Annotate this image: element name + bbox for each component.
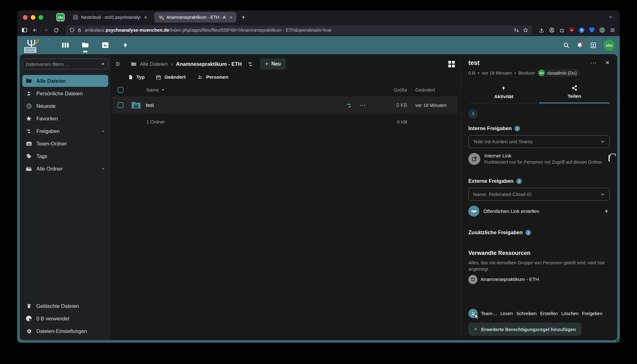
user-status-dot bbox=[616, 339, 620, 343]
app-activity[interactable] bbox=[118, 37, 133, 53]
team-permission-row[interactable]: Team-... Lesen Schreiben Erstellen Lösch… bbox=[468, 309, 610, 318]
shared-indicator-icon[interactable] bbox=[247, 61, 254, 67]
info-icon[interactable]: i bbox=[514, 126, 520, 131]
account-icon[interactable] bbox=[549, 27, 555, 33]
vimium-icon[interactable]: V bbox=[579, 28, 584, 33]
sidebar-item-tags[interactable]: Tags bbox=[22, 150, 108, 162]
row-checkbox[interactable] bbox=[118, 102, 124, 108]
internal-share-input[interactable] bbox=[473, 139, 598, 145]
file-name[interactable]: test bbox=[146, 103, 154, 108]
chevron-down-icon[interactable] bbox=[600, 139, 605, 144]
new-tab-button[interactable]: + bbox=[241, 13, 245, 21]
sidebar-item-neueste[interactable]: Neueste bbox=[22, 100, 108, 112]
contacts-icon[interactable] bbox=[590, 42, 597, 49]
sidebar-item-team-ordner[interactable]: Team-Ordner bbox=[22, 138, 108, 150]
filename-filter[interactable]: ✕ bbox=[22, 59, 108, 69]
sidebar-item-freigaben[interactable]: Freigaben bbox=[22, 125, 108, 137]
file-row-test[interactable]: test ··· 0 KB vor 18 Minuten bbox=[113, 97, 457, 114]
pinned-tab-sbx[interactable]: sbx bbox=[55, 12, 66, 23]
forward-button[interactable] bbox=[43, 28, 49, 33]
akademie-logo[interactable]: Ψ AkademieMünchen bbox=[22, 37, 49, 53]
column-modified[interactable]: Geändert bbox=[407, 87, 457, 92]
create-public-link-row[interactable]: Öffentlichen Link erstellen + bbox=[468, 206, 610, 217]
downloads-icon[interactable] bbox=[539, 28, 544, 33]
history-clock-icon bbox=[25, 103, 32, 109]
reload-button[interactable] bbox=[54, 28, 59, 33]
filter-chip-typ[interactable]: Typ bbox=[128, 74, 145, 80]
column-size[interactable]: Größe bbox=[374, 87, 407, 92]
tab-close-icon[interactable]: ✕ bbox=[229, 15, 233, 20]
breadcrumb-current[interactable]: Anamnesepraktikum - ETH bbox=[176, 61, 242, 67]
external-share-select[interactable] bbox=[468, 188, 610, 201]
tab-aktivitaet[interactable]: Aktivität bbox=[468, 82, 539, 103]
sidebar-item-quota[interactable]: 0 B verwendet bbox=[22, 313, 108, 324]
bitwarden-icon[interactable] bbox=[589, 27, 595, 33]
sidebar-item-alle-ordner[interactable]: Alle Ordner bbox=[22, 163, 108, 175]
bookmark-star-icon[interactable] bbox=[523, 28, 528, 33]
internal-link-row[interactable]: Interner Link Funktioniert nur für Perso… bbox=[468, 153, 610, 165]
internal-share-select[interactable] bbox=[468, 135, 610, 148]
chevron-down-icon[interactable] bbox=[101, 167, 105, 171]
details-title: test bbox=[468, 59, 480, 66]
minimize-window-button[interactable] bbox=[31, 15, 35, 20]
chevron-down-icon[interactable] bbox=[101, 129, 105, 133]
maximize-window-button[interactable] bbox=[39, 15, 43, 20]
app-dashboard[interactable] bbox=[57, 37, 73, 53]
chevron-down-icon[interactable] bbox=[600, 192, 605, 197]
owner-avatar: sbx bbox=[538, 70, 545, 76]
breadcrumb-root[interactable]: Alle Dateien bbox=[131, 61, 168, 67]
app-files[interactable] bbox=[77, 37, 93, 53]
select-all-checkbox[interactable] bbox=[118, 87, 124, 93]
add-permission-rule-button[interactable]: + Erweiterte Berechtigungsregel hinzufüg… bbox=[468, 323, 582, 336]
summary-count: 1 Ordner bbox=[128, 119, 374, 124]
sidebar-toggle-icon[interactable] bbox=[22, 28, 27, 33]
tab-close-icon[interactable]: ✕ bbox=[144, 15, 147, 20]
translate-icon[interactable] bbox=[514, 28, 519, 33]
tab-nextcloud[interactable]: Nextcloud - nc01.psychoanalyse ✕ bbox=[69, 12, 151, 23]
tab-anamnesepraktikum[interactable]: Ψ Anamnesepraktikum - ETH - Alle ✕ bbox=[154, 12, 236, 23]
info-icon[interactable]: i bbox=[516, 178, 522, 184]
user-avatar[interactable]: sbx bbox=[603, 40, 615, 51]
container-avatar-icon[interactable] bbox=[599, 27, 605, 33]
lock-icon[interactable] bbox=[77, 28, 82, 33]
collapse-sidebar-icon[interactable] bbox=[113, 59, 123, 69]
column-name[interactable]: Name bbox=[146, 87, 159, 92]
back-button[interactable] bbox=[32, 28, 38, 33]
sidebar-item-alle-dateien[interactable]: Alle Dateien bbox=[22, 75, 108, 87]
tab-title: Nextcloud - nc01.psychoanalyse bbox=[81, 15, 140, 20]
sort-caret-icon[interactable]: ▾ bbox=[162, 88, 164, 92]
row-actions-menu-icon[interactable]: ··· bbox=[360, 103, 366, 108]
related-resource-item[interactable]: Anamnesepraktikum - ETH bbox=[468, 275, 610, 284]
owner-chip[interactable]: sbx sbxadmin (Du) bbox=[537, 69, 580, 77]
clear-filter-icon[interactable]: ✕ bbox=[101, 61, 105, 66]
tab-teilen[interactable]: Teilen bbox=[539, 82, 610, 103]
search-icon[interactable] bbox=[563, 42, 570, 49]
close-window-button[interactable] bbox=[23, 15, 28, 20]
sidebar-item-geloeschte-dateien[interactable]: Gelöschte Dateien bbox=[22, 300, 108, 312]
copy-link-icon[interactable] bbox=[608, 156, 610, 161]
external-share-input[interactable] bbox=[473, 192, 598, 197]
filter-chip-geaendert[interactable]: Geändert bbox=[156, 74, 186, 80]
info-icon[interactable]: i bbox=[525, 230, 531, 235]
extensions-puzzle-icon[interactable] bbox=[559, 28, 565, 33]
url-bar[interactable]: ambulanz.psychoanalyse-muenchen.de/index… bbox=[66, 25, 532, 35]
sidebar-item-favoriten[interactable]: Favoriten bbox=[22, 113, 108, 124]
grid-view-toggle-icon[interactable] bbox=[448, 61, 455, 67]
menu-hamburger-icon[interactable] bbox=[610, 28, 615, 33]
filename-filter-input[interactable] bbox=[26, 61, 98, 67]
add-public-link-icon[interactable]: + bbox=[604, 207, 608, 215]
ublock-origin-icon[interactable]: U0 bbox=[569, 28, 574, 33]
notifications-bell-icon[interactable] bbox=[576, 42, 583, 49]
new-button[interactable]: + Neu bbox=[260, 58, 286, 70]
internal-link-desc: Funktioniert nur für Personen mit Zugrif… bbox=[484, 159, 603, 165]
app-photos[interactable] bbox=[97, 37, 113, 53]
row-share-icon[interactable] bbox=[346, 103, 353, 108]
sharing-help-button[interactable]: ? bbox=[468, 109, 478, 119]
sidebar-item-dateien-einstellungen[interactable]: Dateien-Einstellungen bbox=[22, 325, 108, 337]
list-tabs-chevron-icon[interactable] bbox=[608, 15, 613, 19]
tracking-protection-shield-icon[interactable] bbox=[70, 28, 74, 33]
sidebar-item-persoenliche-dateien[interactable]: Persönliche Dateien bbox=[22, 87, 108, 99]
details-more-icon[interactable]: ··· bbox=[591, 60, 597, 66]
close-details-icon[interactable]: ✕ bbox=[605, 60, 610, 66]
filter-chip-personen[interactable]: Personen bbox=[197, 74, 228, 80]
